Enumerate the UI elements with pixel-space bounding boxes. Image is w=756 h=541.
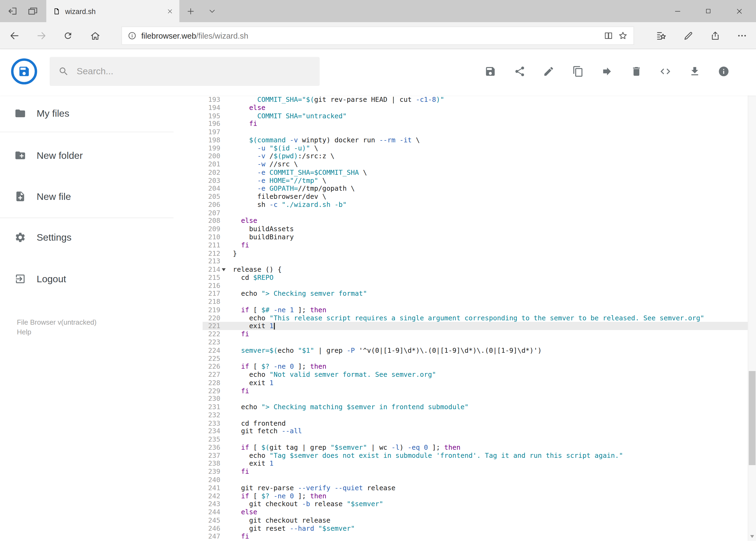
browser-tab[interactable]: wizard.sh bbox=[46, 0, 179, 22]
help-link[interactable]: Help bbox=[17, 327, 97, 337]
code-line-214[interactable]: 214release () { bbox=[202, 266, 748, 273]
set-tabs-aside-icon[interactable] bbox=[6, 5, 18, 17]
window-close-button[interactable] bbox=[724, 0, 754, 22]
share-button[interactable] bbox=[514, 66, 525, 77]
code-line-197[interactable]: 197 bbox=[202, 128, 748, 136]
code-line-215[interactable]: 215 cd $REPO bbox=[202, 273, 748, 282]
delete-button[interactable] bbox=[630, 66, 642, 77]
code-line-203[interactable]: 203 -e HOME="//tmp" \ bbox=[202, 176, 748, 185]
info-button[interactable] bbox=[718, 66, 730, 77]
save-button[interactable] bbox=[484, 66, 496, 77]
code-line-222[interactable]: 222 fi bbox=[202, 330, 748, 338]
code-line-241[interactable]: 241 git rev-parse --verify --quiet relea… bbox=[202, 484, 748, 492]
window-minimize-button[interactable] bbox=[662, 0, 693, 22]
code-line-227[interactable]: 227 echo "Not valid semver format. See s… bbox=[202, 370, 748, 379]
code-line-217[interactable]: 217 echo "> Checking semver format" bbox=[202, 289, 748, 297]
code-line-201[interactable]: 201 -w //src \ bbox=[202, 160, 748, 168]
code-line-237[interactable]: 237 echo "Tag $semver does not exist in … bbox=[202, 451, 748, 459]
tab-preview-icon[interactable] bbox=[27, 5, 39, 17]
web-note-pen-icon[interactable] bbox=[679, 28, 697, 44]
code-line-204[interactable]: 204 -e GOPATH=//tmp/gopath \ bbox=[202, 185, 748, 193]
code-line-221[interactable]: 221 exit 1 bbox=[202, 322, 748, 330]
code-line-213[interactable]: 213 bbox=[202, 258, 748, 266]
download-button[interactable] bbox=[689, 66, 700, 77]
back-button[interactable] bbox=[5, 26, 24, 45]
code-line-243[interactable]: 243 git checkout -b release "$semver" bbox=[202, 500, 748, 508]
search-input[interactable] bbox=[76, 66, 311, 77]
code-line-231[interactable]: 231 echo "> Checking matching $semver in… bbox=[202, 403, 748, 411]
tab-close-icon[interactable] bbox=[167, 8, 173, 14]
code-line-206[interactable]: 206 sh -c "./wizard.sh -b" bbox=[202, 201, 748, 209]
code-line-220[interactable]: 220 echo "This release script requires a… bbox=[202, 314, 748, 322]
sidebar-item-new-folder[interactable]: New folder bbox=[0, 142, 202, 169]
code-line-239[interactable]: 239 fi bbox=[202, 467, 748, 476]
code-line-216[interactable]: 216 bbox=[202, 282, 748, 290]
code-line-193[interactable]: 193 COMMIT_SHA="$(git rev-parse HEAD | c… bbox=[202, 96, 748, 104]
filebrowser-logo[interactable] bbox=[11, 58, 37, 84]
forward-button[interactable] bbox=[32, 26, 51, 45]
fold-marker-icon[interactable] bbox=[222, 268, 226, 271]
hub-favorites-icon[interactable] bbox=[652, 28, 670, 44]
code-line-219[interactable]: 219 if [ $# -ne 1 ]; then bbox=[202, 306, 748, 314]
refresh-button[interactable] bbox=[58, 26, 78, 45]
code-line-246[interactable]: 246 git reset --hard "$semver" bbox=[202, 524, 748, 532]
code-line-247[interactable]: 247 fi bbox=[202, 532, 748, 540]
sidebar-item-logout[interactable]: Logout bbox=[0, 265, 202, 292]
rename-button[interactable] bbox=[543, 66, 554, 77]
window-maximize-button[interactable] bbox=[693, 0, 724, 22]
code-line-240[interactable]: 240 bbox=[202, 476, 748, 484]
sidebar-item-new-file[interactable]: New file bbox=[0, 183, 202, 210]
code-line-230[interactable]: 230 bbox=[202, 395, 748, 403]
code-editor[interactable]: 193 COMMIT_SHA="$(git rev-parse HEAD | c… bbox=[202, 96, 748, 541]
code-line-228[interactable]: 228 exit 1 bbox=[202, 379, 748, 387]
page-info-icon[interactable] bbox=[127, 31, 136, 40]
code-line-242[interactable]: 242 if [ $? -ne 0 ]; then bbox=[202, 492, 748, 500]
code-line-194[interactable]: 194 else bbox=[202, 104, 748, 112]
code-line-199[interactable]: 199 -u "$(id -u)" \ bbox=[202, 144, 748, 152]
page-scrollbar[interactable] bbox=[748, 49, 756, 541]
code-line-209[interactable]: 209 buildAssets bbox=[202, 225, 748, 233]
scrollbar-down-arrow-icon[interactable] bbox=[750, 535, 754, 538]
code-text: fi bbox=[227, 532, 748, 540]
code-line-210[interactable]: 210 buildBinary bbox=[202, 233, 748, 241]
move-button[interactable] bbox=[601, 66, 613, 77]
search-box[interactable] bbox=[50, 57, 320, 86]
code-line-238[interactable]: 238 exit 1 bbox=[202, 459, 748, 467]
code-line-196[interactable]: 196 fi bbox=[202, 120, 748, 128]
copy-button[interactable] bbox=[572, 66, 584, 77]
code-line-211[interactable]: 211 fi bbox=[202, 241, 748, 249]
code-line-234[interactable]: 234 git fetch --all bbox=[202, 427, 748, 435]
code-line-208[interactable]: 208 else bbox=[202, 217, 748, 225]
code-line-195[interactable]: 195 COMMIT_SHA="untracked" bbox=[202, 112, 748, 120]
code-line-207[interactable]: 207 bbox=[202, 209, 748, 217]
address-bar[interactable]: filebrowser.web/files/wizard.sh bbox=[122, 26, 634, 45]
new-tab-button[interactable] bbox=[185, 5, 196, 17]
code-line-245[interactable]: 245 git checkout release bbox=[202, 516, 748, 524]
code-line-233[interactable]: 233 cd frontend bbox=[202, 419, 748, 427]
home-button[interactable] bbox=[85, 26, 105, 45]
code-line-232[interactable]: 232 bbox=[202, 411, 748, 419]
favorite-star-icon[interactable] bbox=[618, 31, 628, 41]
code-line-205[interactable]: 205 filebrowser/dev \ bbox=[202, 193, 748, 201]
code-line-223[interactable]: 223 bbox=[202, 338, 748, 346]
code-line-224[interactable]: 224 semver=$(echo "$1" | grep -P '^v(0|[… bbox=[202, 346, 748, 354]
code-line-235[interactable]: 235 bbox=[202, 435, 748, 443]
code-line-236[interactable]: 236 if [ $(git tag | grep "$semver" | wc… bbox=[202, 443, 748, 452]
share-page-icon[interactable] bbox=[706, 28, 724, 44]
scrollbar-thumb[interactable] bbox=[749, 371, 755, 465]
reading-view-icon[interactable] bbox=[604, 31, 614, 41]
code-line-225[interactable]: 225 bbox=[202, 354, 748, 362]
code-line-226[interactable]: 226 if [ $? -ne 0 ]; then bbox=[202, 362, 748, 370]
raw-editor-button[interactable] bbox=[660, 66, 671, 77]
sidebar-item-my-files[interactable]: My files bbox=[0, 100, 202, 127]
tab-list-chevron-icon[interactable] bbox=[206, 6, 218, 16]
code-line-212[interactable]: 212} bbox=[202, 249, 748, 258]
more-options-icon[interactable] bbox=[733, 28, 751, 44]
code-line-200[interactable]: 200 -v /$(pwd):/src:z \ bbox=[202, 152, 748, 160]
code-line-218[interactable]: 218 bbox=[202, 297, 748, 306]
code-line-198[interactable]: 198 $(command -v winpty) docker run --rm… bbox=[202, 136, 748, 144]
code-line-229[interactable]: 229 fi bbox=[202, 387, 748, 395]
code-line-202[interactable]: 202 -e COMMIT_SHA=$COMMIT_SHA \ bbox=[202, 168, 748, 176]
sidebar-item-settings[interactable]: Settings bbox=[0, 224, 202, 251]
code-line-244[interactable]: 244 else bbox=[202, 508, 748, 516]
